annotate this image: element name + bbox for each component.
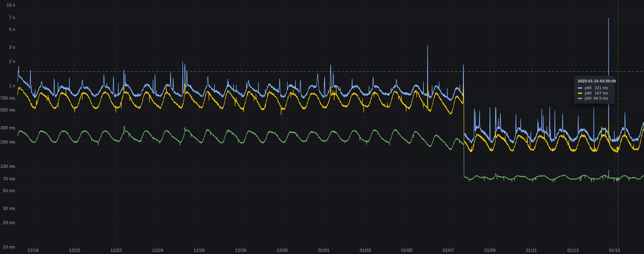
tooltip-series-value: 167 ms: [595, 91, 611, 96]
y-tick-label: 500 ms: [0, 108, 15, 113]
y-tick-label: 2 s: [0, 59, 15, 64]
y-tick-label: 50 ms: [0, 188, 15, 193]
y-tick-label: 100 ms: [0, 164, 15, 169]
x-tick-label: 12/24: [146, 248, 169, 253]
tooltip-row-p90: p90 167 ms: [578, 91, 611, 96]
y-tick-label: 200 ms: [0, 139, 15, 144]
x-tick-label: 01/03: [354, 248, 377, 253]
x-tick-label: 12/30: [271, 248, 294, 253]
y-tick-label: 10 ms: [0, 245, 15, 250]
latency-timeseries-panel: 10 s7 s5 s3 s2 s1 s700 ms500 ms300 ms200…: [0, 0, 644, 254]
y-tick-label: 70 ms: [0, 176, 15, 181]
latency-chart-canvas[interactable]: [0, 0, 644, 254]
y-tick-label: 10 s: [0, 2, 15, 7]
x-tick-label: 12/18: [21, 248, 44, 253]
x-tick-label: 01/13: [562, 248, 585, 253]
x-tick-label: 01/01: [312, 248, 336, 253]
p90-series-swatch: [578, 93, 582, 94]
tooltip-series-label: p50: [585, 96, 592, 101]
x-tick-label: 01/09: [478, 248, 502, 253]
x-tick-label: 12/26: [188, 248, 211, 253]
y-tick-label: 30 ms: [0, 206, 15, 211]
x-tick-label: 12/20: [63, 248, 86, 253]
tooltip-row-p95: p95 221 ms: [578, 85, 611, 91]
y-tick-label: 5 s: [0, 27, 15, 32]
tooltip-series-value: 69.5 ms: [594, 96, 611, 101]
y-tick-label: 1 s: [0, 83, 15, 88]
x-tick-label: 01/05: [395, 248, 418, 253]
x-tick-label: 01/11: [520, 248, 543, 253]
x-tick-label: 12/28: [229, 248, 252, 253]
chart-tooltip: 2025-01-15 03:50:00 p95 221 ms p90 167 m…: [574, 76, 615, 104]
tooltip-series-label: p95: [585, 85, 592, 91]
x-tick-label: 01/15: [603, 248, 626, 253]
p95-series-swatch: [578, 87, 582, 89]
p50-series-swatch: [578, 98, 582, 99]
x-tick-label: 12/22: [104, 248, 128, 253]
y-tick-label: 7 s: [0, 15, 15, 20]
y-tick-label: 700 ms: [0, 96, 15, 101]
tooltip-series-value: 221 ms: [595, 85, 611, 91]
tooltip-timestamp: 2025-01-15 03:50:00: [578, 79, 611, 84]
y-tick-label: 20 ms: [0, 220, 15, 225]
x-tick-label: 01/07: [437, 248, 460, 253]
tooltip-row-p50: p50 69.5 ms: [578, 96, 611, 101]
y-tick-label: 300 ms: [0, 126, 15, 130]
y-tick-label: 3 s: [0, 45, 15, 50]
tooltip-series-label: p90: [585, 91, 592, 96]
